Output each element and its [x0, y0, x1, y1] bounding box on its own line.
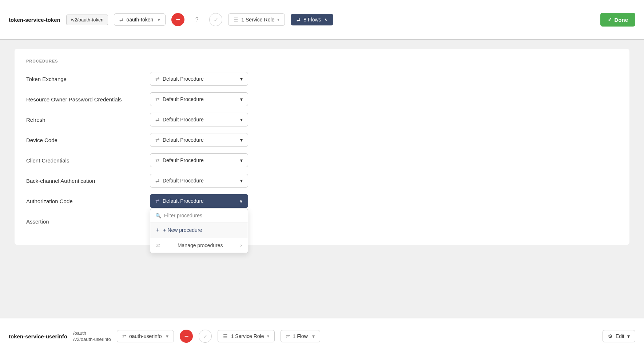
exchange-icon-ropc: ⇄ — [155, 96, 160, 102]
service-role-icon: ☰ — [234, 17, 238, 23]
bottom-service-role-icon: ☰ — [223, 333, 228, 339]
token-path-badge: /v2/oauth-token — [66, 15, 108, 25]
main-content: PROCEDURES Token Exchange ⇄ Default Proc… — [0, 40, 644, 254]
token-exchange-dropdown[interactable]: ⇄ Default Procedure ▾ — [150, 72, 248, 86]
gear-icon: ⚙ — [608, 333, 613, 339]
dropdown-chevron-refresh: ▾ — [240, 117, 243, 122]
section-label: PROCEDURES — [26, 59, 618, 63]
procedure-name-refresh: Refresh — [26, 117, 150, 123]
top-token-row: token-service-token /v2/oauth-token ⇄ oa… — [0, 0, 644, 40]
client-creds-dropdown[interactable]: ⇄ Default Procedure ▾ — [150, 153, 248, 167]
manage-procedures-item[interactable]: ⇄ Manage procedures › — [150, 238, 248, 253]
dropdown-chevron: ▾ — [158, 17, 160, 23]
confirm-button[interactable]: ✓ — [209, 13, 222, 26]
edit-button[interactable]: ⚙ Edit ▾ — [603, 330, 635, 342]
filter-procedures-input[interactable] — [164, 213, 243, 218]
page-wrapper: token-service-token /v2/oauth-token ⇄ oa… — [0, 0, 644, 354]
flow-icon-bottom: ⇄ — [286, 334, 290, 339]
flows-chevron: ∧ — [324, 17, 327, 22]
procedure-name-client-creds: Client Credentials — [26, 157, 150, 164]
procedure-row-assertion: Assertion ⇄ Default Procedure ▾ — [26, 214, 618, 228]
plus-icon: + — [156, 227, 159, 233]
bottom-confirm-button[interactable]: ✓ — [199, 330, 212, 343]
manage-chevron-right: › — [240, 242, 242, 248]
manage-icon: ⇄ — [156, 243, 160, 248]
new-procedure-item[interactable]: + + New procedure — [150, 222, 248, 238]
bottom-token-name: token-service-userinfo — [9, 333, 67, 340]
flow-button-bottom[interactable]: ⇄ 1 Flow ▾ — [281, 330, 320, 342]
oauth-token-dropdown[interactable]: ⇄ oauth-token ▾ — [114, 13, 166, 26]
exchange-icon-te: ⇄ — [155, 76, 160, 82]
exchange-icon-refresh: ⇄ — [155, 117, 160, 122]
procedures-section: PROCEDURES Token Exchange ⇄ Default Proc… — [15, 49, 629, 245]
procedure-row-client-creds: Client Credentials ⇄ Default Procedure ▾ — [26, 153, 618, 167]
procedure-row-ropc: Resource Owner Password Credentials ⇄ De… — [26, 92, 618, 106]
bottom-dropdown-chevron: ▾ — [166, 333, 168, 339]
flow-chevron-bottom: ▾ — [312, 333, 315, 339]
dropdown-chevron-dc: ▾ — [240, 137, 243, 143]
help-button[interactable]: ? — [190, 13, 203, 26]
exchange-icon-small: ⇄ — [119, 17, 123, 23]
search-icon: 🔍 — [155, 213, 161, 218]
token-name: token-service-token — [9, 16, 60, 24]
service-role-chevron: ▾ — [277, 17, 279, 22]
dropdown-chevron-bc: ▾ — [240, 178, 243, 184]
edit-chevron: ▾ — [627, 333, 630, 339]
dropdown-chevron-ropc: ▾ — [240, 96, 243, 102]
backchannel-dropdown[interactable]: ⇄ Default Procedure ▾ — [150, 174, 248, 188]
dropdown-chevron-ac: ∧ — [239, 198, 243, 204]
ropc-dropdown[interactable]: ⇄ Default Procedure ▾ — [150, 92, 248, 106]
remove-button[interactable]: − — [171, 13, 184, 26]
procedure-name-token-exchange: Token Exchange — [26, 76, 150, 82]
service-role-button-top[interactable]: ☰ 1 Service Role ▾ — [228, 13, 285, 26]
flows-icon: ⇄ — [297, 17, 301, 23]
auth-code-dropdown[interactable]: ⇄ Default Procedure ∧ — [150, 194, 248, 208]
procedure-row-device-code: Device Code ⇄ Default Procedure ▾ — [26, 133, 618, 147]
dropdown-search-container: 🔍 — [150, 209, 248, 222]
procedure-name-auth-code: Authorization Code — [26, 198, 150, 204]
bottom-service-role-chevron: ▾ — [267, 334, 269, 339]
refresh-dropdown[interactable]: ⇄ Default Procedure ▾ — [150, 113, 248, 126]
procedure-row-refresh: Refresh ⇄ Default Procedure ▾ — [26, 113, 618, 126]
dropdown-chevron-cc: ▾ — [240, 157, 243, 163]
flows-button[interactable]: ⇄ 8 Flows ∧ — [291, 14, 333, 25]
bottom-remove-button[interactable]: − — [180, 330, 193, 343]
bottom-oauth-dropdown[interactable]: ⇄ oauth-userinfo ▾ — [117, 330, 174, 342]
procedure-name-ropc: Resource Owner Password Credentials — [26, 96, 150, 102]
procedure-name-assertion: Assertion — [26, 218, 150, 225]
procedure-row-token-exchange: Token Exchange ⇄ Default Procedure ▾ — [26, 72, 618, 86]
bottom-token-paths: /oauth /v2/oauth-userinfo — [73, 330, 111, 342]
done-button[interactable]: ✓ Done — [600, 13, 636, 27]
procedure-row-auth-code: Authorization Code ⇄ Default Procedure ∧… — [26, 194, 618, 208]
procedure-dropdown-menu: 🔍 + + New procedure ⇄ Manage procedures … — [150, 209, 248, 253]
bottom-token-row: token-service-userinfo /oauth /v2/oauth-… — [0, 318, 644, 354]
exchange-icon-bc: ⇄ — [155, 178, 160, 184]
dropdown-chevron-te: ▾ — [240, 76, 243, 82]
procedure-name-backchannel: Back-channel Authentication — [26, 178, 150, 184]
exchange-icon-ac: ⇄ — [155, 198, 160, 204]
service-role-button-bottom[interactable]: ☰ 1 Service Role ▾ — [218, 330, 274, 342]
procedure-name-device-code: Device Code — [26, 137, 150, 143]
exchange-icon-cc: ⇄ — [155, 157, 160, 163]
device-code-dropdown[interactable]: ⇄ Default Procedure ▾ — [150, 133, 248, 147]
exchange-icon-dc: ⇄ — [155, 137, 160, 143]
done-check-icon: ✓ — [608, 16, 612, 23]
procedure-row-backchannel: Back-channel Authentication ⇄ Default Pr… — [26, 174, 618, 188]
bottom-exchange-icon: ⇄ — [122, 334, 126, 339]
